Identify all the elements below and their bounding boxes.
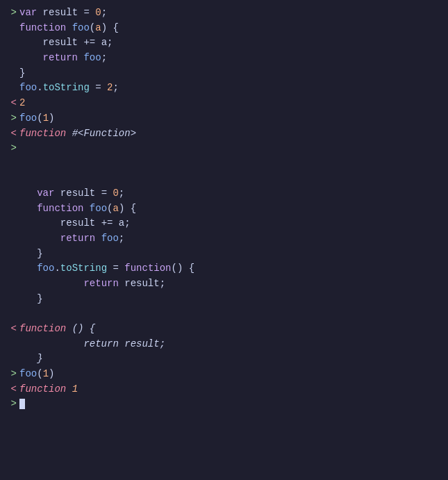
line-4: return foo; — [0, 51, 448, 66]
empty-line — [0, 156, 448, 172]
line-2: function foo(a) { — [0, 21, 448, 36]
line-19: < function () { — [0, 322, 448, 337]
line-9: < function #<Function> — [0, 126, 448, 142]
line-14: return foo; — [0, 231, 448, 247]
line-17: return result; — [0, 276, 448, 292]
output-arrow: < — [6, 126, 17, 142]
line-18: } — [0, 292, 448, 307]
line-15: } — [0, 247, 448, 262]
line-8: > foo(1) — [0, 111, 448, 126]
line-7: < 2 — [0, 96, 448, 111]
line-20: return result; — [0, 337, 448, 352]
line-16: foo.toString = function() { — [0, 261, 448, 276]
line-3: result += a; — [0, 35, 448, 51]
line-23: < function 1 — [0, 382, 448, 397]
prompt-arrow: > — [6, 367, 17, 382]
prompt-arrow: > — [6, 6, 17, 21]
prompt-arrow: > — [6, 397, 17, 412]
line-22: > foo(1) — [0, 367, 448, 382]
line-6: foo.toString = 2; — [0, 81, 448, 96]
line-1: > var result = 0; — [0, 6, 448, 21]
line-21: } — [0, 351, 448, 367]
empty-line — [0, 171, 448, 186]
prompt-arrow: > — [6, 141, 17, 156]
code-editor: > var result = 0; function foo(a) { resu… — [0, 0, 448, 417]
line-5: } — [0, 66, 448, 81]
line-10: > — [0, 141, 448, 156]
output-arrow: < — [6, 96, 17, 111]
empty-line — [0, 306, 448, 322]
output-arrow: < — [6, 382, 17, 397]
prompt-arrow: > — [6, 111, 17, 126]
line-24[interactable]: > — [0, 397, 448, 412]
line-12: function foo(a) { — [0, 201, 448, 217]
output-arrow: < — [6, 322, 17, 337]
text-cursor — [19, 399, 25, 409]
line-13: result += a; — [0, 216, 448, 231]
line-11: var result = 0; — [0, 186, 448, 201]
